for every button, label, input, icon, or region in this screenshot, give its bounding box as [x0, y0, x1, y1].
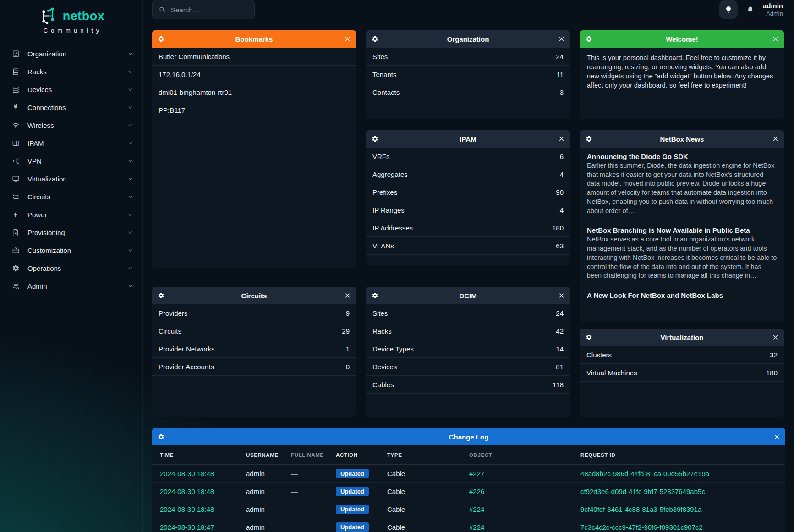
widget-close-button[interactable] — [558, 36, 565, 43]
changelog-action-badge[interactable]: Updated — [336, 487, 369, 496]
widget-config-button[interactable] — [158, 292, 164, 299]
widget-config-button[interactable] — [372, 136, 378, 143]
sidebar-item-admin[interactable]: Admin — [0, 277, 142, 295]
changelog-object-link[interactable]: #227 — [469, 470, 580, 477]
sidebar-item-label: Operations — [27, 264, 61, 272]
sidebar-item-operations[interactable]: Operations — [0, 259, 142, 277]
changelog-request-id-link[interactable]: cf92d3e6-d09d-41fc-9fd7-52337649ab5c — [580, 488, 785, 495]
changelog-request-id-link[interactable]: 7c3c4c2c-ccc9-47f2-90f6-f09301c907c2 — [580, 523, 785, 531]
notifications-button[interactable] — [746, 5, 755, 14]
widget-virtualization-header[interactable]: Virtualization — [580, 329, 784, 346]
stat-link[interactable]: Contacts — [372, 88, 400, 96]
bookmark-link[interactable]: dmi01-binghamton-rtr01 — [159, 88, 232, 96]
stat-link[interactable]: Devices — [372, 363, 397, 371]
user-menu[interactable]: admin Admin — [763, 2, 783, 17]
widget-close-button[interactable] — [344, 292, 351, 299]
sidebar-item-racks[interactable]: Racks — [0, 63, 142, 81]
widget-config-button[interactable] — [586, 334, 592, 341]
changelog-action-badge[interactable]: Updated — [336, 505, 369, 514]
widget-config-button[interactable] — [372, 36, 378, 43]
stat-link[interactable]: Prefixes — [372, 188, 397, 196]
stat-link[interactable]: Virtual Machines — [586, 369, 637, 377]
news-article-link[interactable]: Announcing the Diode Go SDK — [587, 153, 777, 160]
widget-close-button[interactable] — [772, 334, 779, 341]
changelog-column-header[interactable]: ACTION — [336, 452, 387, 458]
widget-config-button[interactable] — [158, 36, 164, 43]
widget-close-button[interactable] — [558, 292, 565, 299]
widget-ipam-header[interactable]: IPAM — [366, 130, 570, 148]
widget-close-button[interactable] — [558, 136, 565, 143]
sidebar-item-power[interactable]: Power — [0, 206, 142, 224]
sidebar-item-wireless[interactable]: Wireless — [0, 116, 142, 134]
widget-dcim-header[interactable]: DCIM — [366, 287, 570, 304]
sidebar-item-connections[interactable]: Connections — [0, 99, 142, 116]
widget-welcome-header[interactable]: Welcome! — [580, 30, 784, 48]
widget-config-button[interactable] — [586, 36, 592, 43]
changelog-time-link[interactable]: 2024-08-30 18:47 — [160, 523, 246, 531]
changelog-column-header[interactable]: TYPE — [387, 452, 469, 458]
stat-link[interactable]: Device Types — [372, 345, 414, 353]
news-article-link[interactable]: A New Look For NetBox and NetBox Labs — [587, 291, 777, 299]
stat-link[interactable]: Sites — [372, 309, 388, 317]
stat-link[interactable]: IP Ranges — [372, 206, 405, 214]
widget-circuits-header[interactable]: Circuits — [152, 287, 356, 304]
stat-link[interactable]: Tenants — [372, 71, 397, 78]
widget-organization-header[interactable]: Organization — [366, 30, 570, 48]
changelog-action-badge[interactable]: Updated — [336, 469, 369, 478]
changelog-time-link[interactable]: 2024-08-30 18:48 — [160, 505, 246, 513]
widget-config-button[interactable] — [158, 433, 164, 440]
stat-link[interactable]: Racks — [372, 327, 392, 335]
stat-link[interactable]: Clusters — [586, 351, 612, 359]
changelog-object-link[interactable]: #226 — [469, 488, 580, 495]
sidebar-item-circuits[interactable]: Circuits — [0, 188, 142, 206]
sidebar-item-customization[interactable]: Customization — [0, 241, 142, 259]
widget-title: Circuits — [241, 292, 267, 300]
changelog-time-link[interactable]: 2024-08-30 18:48 — [160, 488, 246, 495]
sidebar-item-provisioning[interactable]: Provisioning — [0, 224, 142, 241]
sidebar-item-virtualization[interactable]: Virtualization — [0, 170, 142, 188]
sidebar-item-ipam[interactable]: IPAM — [0, 134, 142, 152]
stat-link[interactable]: Providers — [159, 309, 187, 317]
stat-link[interactable]: IP Addresses — [372, 224, 413, 232]
theme-toggle-button[interactable] — [719, 0, 738, 19]
changelog-column-header[interactable]: TIME — [160, 452, 246, 458]
widget-bookmarks-header[interactable]: Bookmarks — [152, 30, 356, 48]
changelog-column-header[interactable]: USERNAME — [246, 452, 291, 458]
widget-changelog-header[interactable]: Change Log — [152, 428, 785, 445]
changelog-action-badge[interactable]: Updated — [336, 522, 369, 532]
widget-close-button[interactable] — [772, 36, 779, 43]
stat-link[interactable]: Sites — [372, 53, 388, 60]
widget-config-button[interactable] — [586, 136, 592, 143]
changelog-request-id-link[interactable]: 48ad8b2c-986d-44fd-81ca-00d55b27e19a — [580, 470, 785, 477]
sidebar-item-devices[interactable]: Devices — [0, 81, 142, 99]
search-input[interactable] — [171, 6, 262, 14]
search-box[interactable] — [152, 0, 255, 19]
brand-logo[interactable]: netbox Community — [0, 5, 142, 34]
stat-link[interactable]: Aggregates — [372, 170, 408, 178]
stat-link[interactable]: Provider Networks — [159, 345, 215, 353]
stat-link[interactable]: VLANs — [372, 242, 394, 250]
stat-link[interactable]: Circuits — [159, 327, 181, 335]
stat-link[interactable]: Cables — [372, 381, 394, 389]
sidebar-item-vpn[interactable]: VPN — [0, 152, 142, 170]
stat-link[interactable]: VRFs — [372, 153, 390, 160]
bookmark-link[interactable]: 172.16.0.1/24 — [159, 71, 201, 78]
bookmark-link[interactable]: Butler Communications — [159, 53, 230, 60]
news-article-link[interactable]: NetBox Branching is Now Available in Pub… — [587, 226, 777, 234]
changelog-time-link[interactable]: 2024-08-30 18:48 — [160, 470, 246, 477]
changelog-object-link[interactable]: #224 — [469, 523, 580, 531]
widget-config-button[interactable] — [372, 292, 378, 299]
changelog-object-link[interactable]: #224 — [469, 505, 580, 513]
widget-close-button[interactable] — [772, 136, 779, 143]
changelog-column-header[interactable]: OBJECT — [469, 452, 580, 458]
dashboard: Bookmarks Butler Communications172.16.0.… — [143, 19, 794, 532]
bookmark-link[interactable]: PP:B117 — [159, 106, 185, 114]
changelog-column-header[interactable]: REQUEST ID — [580, 452, 785, 458]
widget-close-button[interactable] — [773, 433, 780, 440]
widget-close-button[interactable] — [344, 36, 351, 43]
widget-news-header[interactable]: NetBox News — [580, 130, 784, 148]
stat-link[interactable]: Provider Accounts — [159, 363, 214, 371]
sidebar-item-organization[interactable]: Organization — [0, 45, 142, 63]
changelog-request-id-link[interactable]: 9cf40fdf-3461-4c88-81a3-5feb39f8391a — [580, 505, 785, 513]
changelog-column-header[interactable]: FULL NAME — [291, 452, 336, 458]
